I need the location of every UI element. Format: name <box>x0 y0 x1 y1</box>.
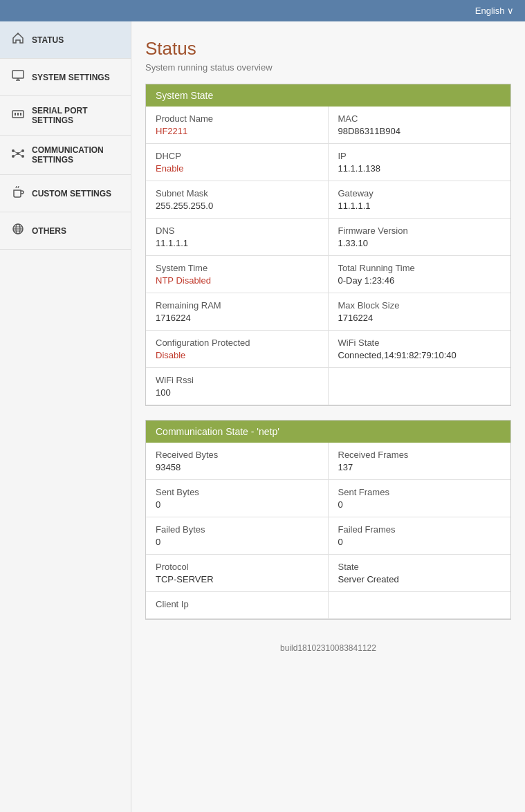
dns-value: 11.1.1.1 <box>156 238 318 248</box>
firmware-cell: Firmware Version 1.33.10 <box>329 219 511 256</box>
max-block-size-value: 1716224 <box>338 313 501 323</box>
client-ip-label: Client Ip <box>156 599 318 609</box>
empty-cell-1 <box>329 368 511 405</box>
product-name-value: HF2211 <box>156 126 318 136</box>
svg-rect-3 <box>17 113 19 116</box>
coffee-icon <box>11 185 25 202</box>
received-frames-cell: Received Frames 137 <box>329 443 511 480</box>
dns-cell: DNS 11.1.1.1 <box>146 219 329 256</box>
wifi-rssi-value: 100 <box>156 387 318 398</box>
dns-label: DNS <box>156 225 318 236</box>
received-bytes-value: 93458 <box>156 462 318 472</box>
top-bar: English ∨ <box>0 0 525 21</box>
received-bytes-label: Received Bytes <box>156 450 318 460</box>
sidebar-item-custom-label: CUSTOM SETTINGS <box>32 189 111 199</box>
state-value: Server Created <box>338 574 501 584</box>
svg-rect-2 <box>15 113 16 116</box>
sidebar-item-serial-port[interactable]: SERIAL PORT SETTINGS <box>0 96 131 136</box>
subnet-cell: Subnet Mask 255.255.255.0 <box>146 181 329 219</box>
protocol-label: Protocol <box>156 562 318 572</box>
network-icon <box>11 147 25 164</box>
system-time-value: NTP Disabled <box>156 275 318 286</box>
globe-icon <box>11 222 25 239</box>
protocol-cell: Protocol TCP-SERVER <box>146 555 329 592</box>
sidebar-item-communication[interactable]: COMMUNICATION SETTINGS <box>0 136 131 175</box>
sidebar-item-status-label: STATUS <box>32 35 64 45</box>
svg-rect-4 <box>20 113 21 116</box>
communication-state-section: Communication State - 'netp' Received By… <box>145 420 511 620</box>
sent-frames-value: 0 <box>338 499 501 510</box>
monitor-icon <box>11 68 25 86</box>
max-block-size-cell: Max Block Size 1716224 <box>329 293 511 331</box>
subnet-value: 255.255.255.0 <box>156 201 318 211</box>
communication-state-grid: Received Bytes 93458 Received Frames 137… <box>146 443 510 619</box>
failed-frames-cell: Failed Frames 0 <box>329 517 511 555</box>
sidebar-item-status[interactable]: STATUS <box>0 21 131 59</box>
sidebar-item-custom[interactable]: CUSTOM SETTINGS <box>0 175 131 212</box>
wifi-rssi-label: WiFi Rssi <box>156 375 318 385</box>
system-state-section: System State Product Name HF2211 MAC 98D… <box>145 84 511 406</box>
config-protected-value: Disable <box>156 350 318 360</box>
footer: build18102310083841122 <box>145 634 511 663</box>
ip-label: IP <box>338 151 501 161</box>
communication-state-header: Communication State - 'netp' <box>146 421 510 443</box>
config-protected-label: Configuration Protected <box>156 338 318 348</box>
main-content: Status System running status overview Sy… <box>131 21 525 812</box>
remaining-ram-cell: Remaining RAM 1716224 <box>146 293 329 331</box>
firmware-label: Firmware Version <box>338 225 501 236</box>
product-name-cell: Product Name HF2211 <box>146 107 329 144</box>
failed-frames-value: 0 <box>338 537 501 547</box>
sidebar-item-system-settings[interactable]: SYSTEM SETTINGS <box>0 59 131 96</box>
sent-frames-label: Sent Frames <box>338 487 501 497</box>
remaining-ram-label: Remaining RAM <box>156 300 318 311</box>
language-selector[interactable]: English ∨ <box>475 6 514 16</box>
failed-bytes-value: 0 <box>156 537 318 547</box>
dhcp-value: Enable <box>156 163 318 174</box>
state-label: State <box>338 562 501 572</box>
config-protected-cell: Configuration Protected Disable <box>146 331 329 368</box>
svg-line-10 <box>13 151 18 154</box>
system-time-cell: System Time NTP Disabled <box>146 256 329 293</box>
system-time-label: System Time <box>156 263 318 273</box>
total-running-time-label: Total Running Time <box>338 263 501 273</box>
page-title: Status <box>145 38 511 59</box>
wifi-state-cell: WiFi State Connected,14:91:82:79:10:40 <box>329 331 511 368</box>
dhcp-cell: DHCP Enable <box>146 144 329 181</box>
failed-frames-label: Failed Frames <box>338 524 501 535</box>
svg-line-11 <box>18 151 23 154</box>
gateway-value: 11.1.1.1 <box>338 201 501 211</box>
ip-cell: IP 11.1.1.138 <box>329 144 511 181</box>
sent-frames-cell: Sent Frames 0 <box>329 480 511 517</box>
sidebar-item-others[interactable]: OTHERS <box>0 212 131 250</box>
sidebar-item-serial-label: SERIAL PORT SETTINGS <box>32 106 120 125</box>
home-icon <box>11 31 25 48</box>
mac-label: MAC <box>338 113 501 124</box>
max-block-size-label: Max Block Size <box>338 300 501 311</box>
empty-cell-2 <box>329 592 511 619</box>
failed-bytes-label: Failed Bytes <box>156 524 318 535</box>
received-bytes-cell: Received Bytes 93458 <box>146 443 329 480</box>
wifi-rssi-cell: WiFi Rssi 100 <box>146 368 329 405</box>
page-subtitle: System running status overview <box>145 62 511 73</box>
product-name-label: Product Name <box>156 113 318 124</box>
received-frames-value: 137 <box>338 462 501 472</box>
dhcp-label: DHCP <box>156 151 318 161</box>
serial-icon <box>11 107 25 124</box>
sent-bytes-label: Sent Bytes <box>156 487 318 497</box>
failed-bytes-cell: Failed Bytes 0 <box>146 517 329 555</box>
state-cell: State Server Created <box>329 555 511 592</box>
sidebar-item-others-label: OTHERS <box>32 226 66 236</box>
gateway-cell: Gateway 11.1.1.1 <box>329 181 511 219</box>
svg-line-12 <box>13 154 18 156</box>
client-ip-cell: Client Ip <box>146 592 329 619</box>
mac-value: 98D86311B904 <box>338 126 501 136</box>
system-state-header: System State <box>146 84 510 107</box>
sidebar-item-system-settings-label: SYSTEM SETTINGS <box>32 73 110 82</box>
firmware-value: 1.33.10 <box>338 238 501 248</box>
protocol-value: TCP-SERVER <box>156 574 318 584</box>
svg-line-13 <box>18 154 23 156</box>
gateway-label: Gateway <box>338 188 501 199</box>
sent-bytes-value: 0 <box>156 499 318 510</box>
wifi-state-value: Connected,14:91:82:79:10:40 <box>338 350 501 360</box>
total-running-time-cell: Total Running Time 0-Day 1:23:46 <box>329 256 511 293</box>
